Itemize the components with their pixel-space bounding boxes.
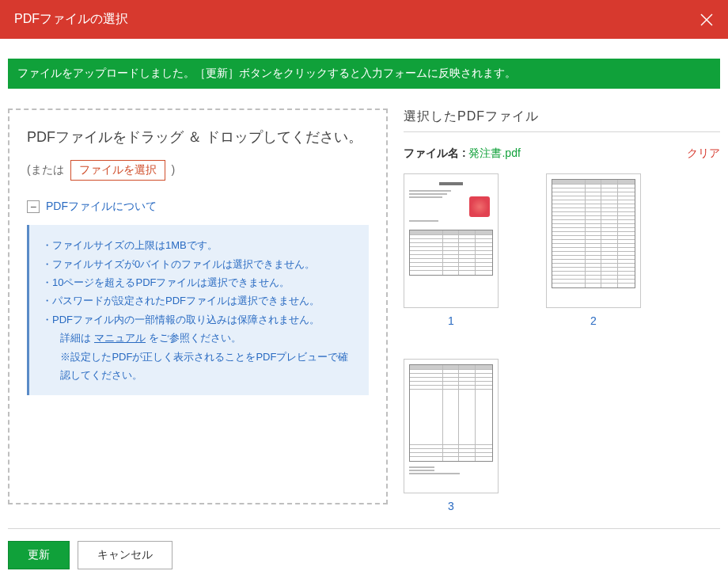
file-select-line: (または ファイルを選択 )	[27, 160, 369, 181]
dialog-body: ファイルをアップロードしました。［更新］ボタンをクリックすると入力フォームに反映…	[0, 59, 728, 512]
dialog-header: PDFファイルの選択	[0, 0, 728, 39]
about-pdf-panel: ファイルサイズの上限は1MBです。 ファイルサイズが0バイトのファイルは選択でき…	[27, 225, 369, 395]
about-item: パスワードが設定されたPDFファイルは選択できません。	[42, 291, 356, 310]
page-number: 3	[404, 500, 499, 512]
stamp-icon	[469, 196, 490, 217]
file-info-row: ファイル名 : 発注書.pdf クリア	[404, 147, 720, 161]
file-name-label: ファイル名 :	[404, 147, 468, 159]
thumbnail-item[interactable]: 1	[404, 173, 499, 327]
or-prefix: (または	[27, 163, 64, 176]
about-item: ファイルサイズの上限は1MBです。	[42, 236, 356, 254]
about-toggle-label: PDFファイルについて	[46, 200, 157, 214]
page-number: 2	[546, 314, 641, 327]
thumbnail-item[interactable]: 3	[404, 359, 499, 512]
success-notice: ファイルをアップロードしました。［更新］ボタンをクリックすると入力フォームに反映…	[8, 59, 720, 89]
content-row: PDFファイルをドラッグ ＆ ドロップしてください。 (または ファイルを選択 …	[8, 108, 720, 512]
about-detail-line: 詳細は マニュアル をご参照ください。	[42, 329, 356, 347]
thumbnails: 1	[404, 173, 720, 512]
close-icon	[700, 13, 714, 27]
manual-link[interactable]: マニュアル	[94, 332, 146, 344]
thumbnail-page-1	[404, 173, 499, 308]
thumbnail-page-3	[404, 359, 499, 493]
about-pdf-toggle[interactable]: − PDFファイルについて	[27, 200, 369, 214]
dropzone-title: PDFファイルをドラッグ ＆ ドロップしてください。	[27, 128, 369, 147]
update-button[interactable]: 更新	[8, 541, 70, 569]
file-name-block: ファイル名 : 発注書.pdf	[404, 147, 521, 161]
about-note: ※設定したPDFが正しく表示されることをPDFプレビューで確認してください。	[42, 348, 356, 385]
preview-heading: 選択したPDFファイル	[404, 108, 720, 132]
page-number: 1	[404, 314, 499, 327]
about-item: ファイルサイズが0バイトのファイルは選択できません。	[42, 255, 356, 273]
thumbnail-page-2	[546, 173, 641, 308]
about-item: 10ページを超えるPDFファイルは選択できません。	[42, 273, 356, 291]
preview-column: 選択したPDFファイル ファイル名 : 発注書.pdf クリア	[404, 108, 720, 512]
about-item: PDFファイル内の一部情報の取り込みは保障されません。	[42, 310, 356, 329]
minus-icon: −	[27, 200, 40, 213]
detail-suffix: をご参照ください。	[146, 332, 241, 344]
dialog-footer: 更新 キャンセル	[8, 528, 720, 571]
clear-button[interactable]: クリア	[687, 147, 720, 161]
detail-prefix: 詳細は	[60, 332, 94, 344]
close-button[interactable]	[700, 13, 714, 27]
dropzone[interactable]: PDFファイルをドラッグ ＆ ドロップしてください。 (または ファイルを選択 …	[8, 108, 388, 504]
cancel-button[interactable]: キャンセル	[78, 541, 173, 569]
file-name-value: 発注書.pdf	[468, 147, 520, 159]
file-select-button[interactable]: ファイルを選択	[70, 160, 165, 181]
or-suffix: )	[171, 163, 175, 176]
pdf-select-dialog: PDFファイルの選択 ファイルをアップロードしました。［更新］ボタンをクリックす…	[0, 0, 728, 571]
thumbnail-item[interactable]: 2	[546, 173, 641, 327]
about-list: ファイルサイズの上限は1MBです。 ファイルサイズが0バイトのファイルは選択でき…	[42, 236, 356, 329]
dialog-title: PDFファイルの選択	[14, 11, 128, 28]
